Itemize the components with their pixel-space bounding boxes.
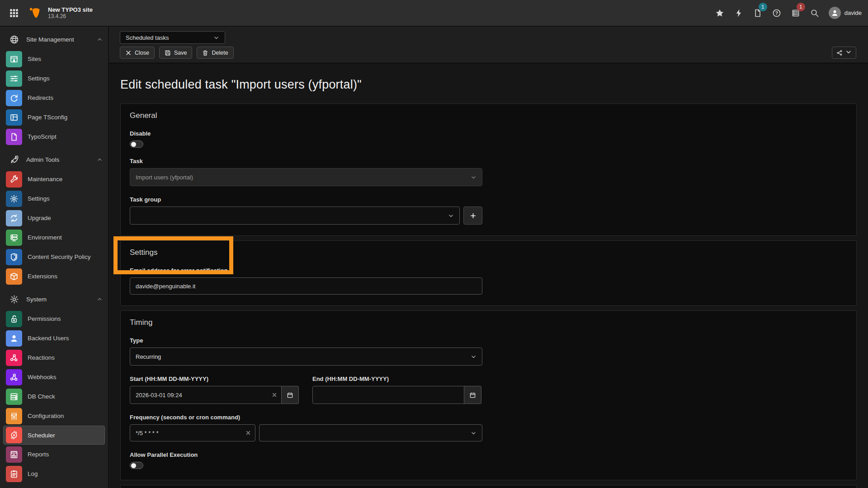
sidebar-section-system[interactable]: System (0, 290, 108, 309)
sidebar-item-upgrade[interactable]: Upgrade (0, 208, 108, 228)
sidebar-item-sites[interactable]: Sites (0, 49, 108, 69)
sidebar-item-label: Log (28, 470, 38, 477)
clear-icon[interactable] (272, 392, 277, 398)
task-select[interactable]: Import users (yfportal) (130, 168, 482, 186)
bolt-icon[interactable] (730, 5, 747, 22)
sidebar-item-label: Redirects (28, 94, 53, 101)
start-datepicker-button[interactable] (282, 386, 299, 404)
section-heading: General (130, 111, 847, 120)
sidebar-item-log[interactable]: Log (0, 464, 108, 483)
sidebar-item-page-tsconfig[interactable]: Page TSconfig (0, 108, 108, 127)
clear-icon[interactable] (245, 430, 251, 436)
sidebar-item-label: Page TSconfig (28, 114, 67, 121)
sidebar-item-typoscript[interactable]: TypoScript (0, 127, 108, 146)
sidebar-item-settings[interactable]: Settings (0, 69, 108, 88)
user-menu[interactable]: davide (829, 7, 862, 19)
rotate-icon (6, 90, 22, 106)
type-select[interactable]: Recurring (130, 347, 482, 366)
box-icon (6, 268, 22, 285)
start-field[interactable] (130, 386, 282, 404)
save-button[interactable]: Save (159, 47, 193, 59)
end-datepicker-button[interactable] (464, 386, 481, 404)
task-group-select[interactable] (130, 206, 460, 225)
calendar-icon (469, 392, 476, 399)
report-icon (6, 446, 22, 463)
rocket-icon (6, 155, 22, 164)
sidebar-section-admin-tools[interactable]: Admin Tools (0, 150, 108, 169)
star-icon[interactable] (711, 5, 728, 22)
sidebar-item-backend-users[interactable]: Backend Users (0, 328, 108, 348)
section-timing: Timing Type Recurring Start (HH:MM DD-MM… (120, 310, 857, 480)
stack-icon (6, 389, 22, 405)
sidebar-section-site-management[interactable]: Site Management (0, 30, 108, 49)
help-icon[interactable]: ? (768, 5, 785, 22)
sidebar-item-label: Backend Users (28, 335, 69, 342)
sidebar-item-reports[interactable]: Reports (0, 445, 108, 464)
sidebar-item-settings[interactable]: Settings (0, 189, 108, 208)
sites-icon (6, 51, 22, 67)
calendar-icon (287, 392, 293, 399)
app-grid-icon[interactable] (6, 5, 22, 21)
module-function-value: Scheduled tasks (126, 34, 169, 41)
sidebar-item-content-security-policy[interactable]: Content Security Policy (0, 247, 108, 267)
chevron-down-icon (213, 35, 219, 41)
section-description: Description (120, 485, 857, 488)
sidebar-item-db-check[interactable]: DB Check (0, 387, 108, 406)
sidebar-item-reactions[interactable]: Reactions (0, 348, 108, 367)
sidebar-item-extensions[interactable]: Extensions (0, 267, 108, 286)
sidebar-item-permissions[interactable]: Permissions (0, 309, 108, 328)
sidebar-item-webhooks[interactable]: Webhooks (0, 367, 108, 387)
disable-label: Disable (130, 130, 847, 137)
sidebar-item-label: Settings (28, 75, 50, 82)
opendocs-icon[interactable]: 1 (749, 5, 766, 22)
sidebar-item-label: Environment (28, 234, 62, 241)
frequency-label: Frequency (seconds or cron command) (130, 414, 847, 421)
sidebar-item-maintenance[interactable]: Maintenance (0, 169, 108, 189)
chevron-up-icon (97, 296, 103, 302)
share-button[interactable] (832, 47, 856, 59)
delete-button[interactable]: Delete (197, 47, 233, 59)
disable-toggle[interactable] (130, 141, 143, 148)
sidebar-item-configuration[interactable]: Configuration (0, 406, 108, 426)
section-heading: Timing (130, 318, 847, 327)
sidebar-item-label: Content Security Policy (28, 253, 91, 260)
globe-icon (6, 35, 22, 44)
task-label: Task (130, 158, 847, 164)
module-menu: Site ManagementSitesSettingsRedirectsPag… (0, 27, 108, 488)
user-icon (6, 330, 22, 347)
sidebar-item-label: Permissions (28, 315, 61, 322)
plus-icon (470, 212, 476, 219)
sidebar-item-scheduler[interactable]: Scheduler (3, 426, 105, 445)
modules-badge: 1 (797, 3, 805, 11)
modules-icon[interactable]: 1 (787, 5, 804, 22)
type-label: Type (130, 337, 847, 344)
parallel-label: Allow Parallel Execution (130, 451, 847, 458)
parallel-toggle[interactable] (130, 462, 143, 469)
wrench-icon (6, 171, 22, 188)
email-field[interactable] (130, 277, 482, 295)
sidebar-item-label: Scheduler (28, 432, 55, 439)
sidebar-item-redirects[interactable]: Redirects (0, 88, 108, 108)
module-body: Scheduled tasks Close Save Delete (109, 27, 868, 488)
frequency-field[interactable] (130, 424, 255, 441)
chevron-down-icon (471, 430, 476, 436)
frequency-preset-select[interactable] (259, 424, 482, 441)
search-icon[interactable] (806, 5, 823, 22)
gear-icon (6, 295, 22, 304)
module-function-select[interactable]: Scheduled tasks (120, 31, 225, 44)
section-heading: Settings (130, 248, 847, 257)
section-general: General Disable Task Import users (yfpor… (120, 103, 857, 236)
sidebar-section-label: Site Management (26, 36, 97, 43)
sidebar-item-label: TypoScript (28, 133, 57, 140)
server-icon (6, 230, 22, 246)
sidebar-section-label: System (26, 296, 97, 303)
sidebar-item-label: Upgrade (28, 215, 51, 221)
shield-icon (6, 249, 22, 265)
doc-icon (6, 129, 22, 145)
add-task-group-button[interactable] (463, 206, 482, 225)
end-field[interactable] (312, 386, 464, 404)
sidebar-item-environment[interactable]: Environment (0, 228, 108, 247)
sync-icon (6, 210, 22, 226)
close-button[interactable]: Close (120, 47, 155, 59)
avatar (829, 7, 841, 19)
